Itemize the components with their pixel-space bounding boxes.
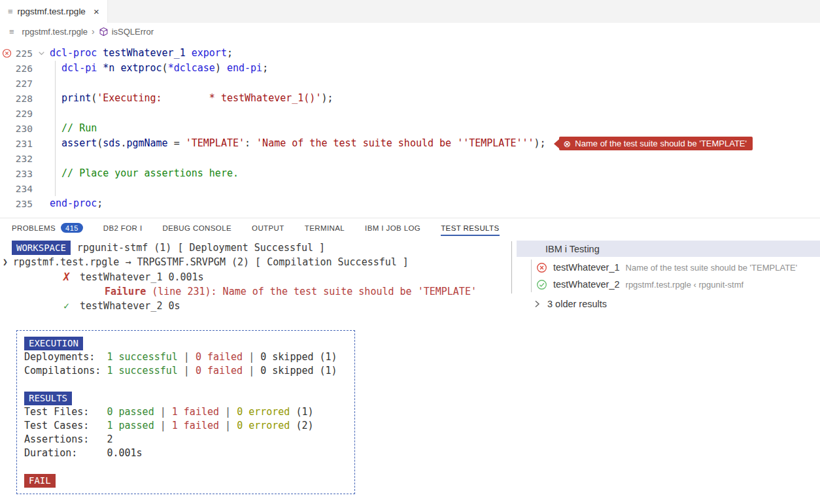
code-line-229[interactable]: 229 <box>0 106 820 121</box>
ibm-i-testing-tree: IBM i Testing testWhatever_1Name of the … <box>510 237 820 504</box>
code-line-227[interactable]: 227 <box>0 76 820 91</box>
x-mark-icon: X <box>63 270 80 284</box>
line-number: 229 <box>13 109 33 119</box>
summary-row: Test Files: 0 passed | 1 failed | 0 erro… <box>24 405 347 419</box>
older-results-row[interactable]: 3 older results <box>517 296 820 312</box>
panel-tab-label: OUTPUT <box>252 224 284 232</box>
chevron-right-icon[interactable]: ❯ <box>3 255 8 269</box>
breadcrumb-file[interactable]: ≡ rpgstmf.test.rpgle <box>9 27 88 37</box>
failure-text: (line 231): Name of the test suite shoul… <box>146 284 477 299</box>
panel-tab-label: DEBUG CONSOLE <box>163 224 232 232</box>
panel-tab-ibm-i-job-log[interactable]: IBM I JOB LOG <box>365 218 420 238</box>
tab-close-icon[interactable]: × <box>92 6 101 17</box>
breadcrumb-symbol[interactable]: isSQLError <box>99 27 154 37</box>
panel-tab-output[interactable]: OUTPUT <box>252 218 284 238</box>
code-editor[interactable]: 225dcl-proc testWhatever_1 export;226 dc… <box>0 46 820 211</box>
tree-item-name: testWhatever_1 <box>553 262 620 273</box>
editor-lines: 225dcl-proc testWhatever_1 export;226 dc… <box>0 46 820 211</box>
panel-tab-terminal[interactable]: TERMINAL <box>305 218 345 238</box>
code-text: dcl-pi *n extproc(*dclcase) end-pi; <box>50 61 268 76</box>
panel-tab-test-results[interactable]: TEST RESULTS <box>441 218 499 238</box>
panel-tab-problems[interactable]: PROBLEMS415 <box>12 218 83 238</box>
test-passed-icon <box>536 279 547 290</box>
tree-header-ibm-i-testing[interactable]: IBM i Testing <box>517 241 820 257</box>
panel-tab-label: TERMINAL <box>305 224 345 232</box>
line-number: 231 <box>13 139 33 149</box>
older-results-label: 3 older results <box>547 299 607 309</box>
code-line-228[interactable]: 228 print('Executing: * testWhatever_1()… <box>0 91 820 106</box>
code-text: assert(sds.pgmName = 'TEMPLATE': 'Name o… <box>50 136 546 151</box>
file-lines-icon: ≡ <box>8 7 13 16</box>
line-number: 233 <box>13 169 33 179</box>
panel-tab-label: DB2 FOR I <box>103 224 143 232</box>
line-number: 234 <box>13 184 33 194</box>
failed-test-name: testWhatever_1 0.001s <box>80 270 204 284</box>
code-line-233[interactable]: 233 // Place your assertions here. <box>0 166 820 181</box>
passed-test-name: testWhatever_2 0s <box>80 299 180 313</box>
summary-row: Assertions: 2 <box>24 433 347 446</box>
chevron-right-icon[interactable] <box>532 299 542 309</box>
line-number: 226 <box>13 63 33 74</box>
failure-label: Failure <box>105 284 146 299</box>
code-text: end-proc; <box>50 196 103 211</box>
panel-tab-label: TEST RESULTS <box>441 224 499 232</box>
code-line-235[interactable]: 235end-proc; <box>0 196 820 211</box>
execution-rows: Deployments: 1 successful | 0 failed | 0… <box>24 350 347 378</box>
tab-title: rpgstmf.test.rpgle <box>18 7 86 16</box>
symbol-cube-icon <box>99 27 109 37</box>
panel-tab-bar: PROBLEMS415DB2 FOR IDEBUG CONSOLEOUTPUTT… <box>0 218 820 237</box>
code-line-230[interactable]: 230 // Run <box>0 121 820 136</box>
tree-item-name: testWhatever_2 <box>553 279 620 290</box>
circle-x-icon: ⊗ <box>564 139 572 148</box>
execution-badge: EXECUTION <box>24 337 83 350</box>
tree-item-testWhatever_1[interactable]: testWhatever_1Name of the test suite sho… <box>517 259 820 276</box>
panel-tab-debug-console[interactable]: DEBUG CONSOLE <box>163 218 232 238</box>
code-line-232[interactable]: 232 <box>0 151 820 166</box>
workspace-text: rpgunit-stmf (1) [ Deployment Successful… <box>77 241 325 255</box>
tree-indent-guide <box>511 241 512 294</box>
panel-tab-db2-for-i[interactable]: DB2 FOR I <box>103 218 143 238</box>
summary-row: Compilations: 1 successful | 0 failed | … <box>24 364 347 378</box>
line-number: 228 <box>13 93 33 104</box>
test-file-row[interactable]: ❯ rpgstmf.test.rpgle → TRPGSTMF.SRVPGM (… <box>3 255 409 269</box>
line-number: 235 <box>13 199 33 209</box>
tree-item-testWhatever_2[interactable]: testWhatever_2rpgstmf.test.rpgle ‹ rpgun… <box>517 276 820 293</box>
code-line-226[interactable]: 226 dcl-pi *n extproc(*dclcase) end-pi; <box>0 61 820 76</box>
code-line-234[interactable]: 234 <box>0 181 820 196</box>
editor-tab-bar: ≡ rpgstmf.test.rpgle × <box>0 0 820 23</box>
test-results-output: WORKSPACE rpgunit-stmf (1) [ Deployment … <box>0 237 510 504</box>
results-badge: RESULTS <box>24 392 72 405</box>
summary-row: Deployments: 1 successful | 0 failed | 0… <box>24 350 347 364</box>
line-number: 230 <box>13 124 33 134</box>
summary-row: Test Cases: 1 passed | 1 failed | 0 erro… <box>24 419 347 433</box>
failure-detail-row: Failure (line 231): Name of the test sui… <box>105 284 477 299</box>
inline-error-badge: ⊗Name of the test suite should be 'TEMPL… <box>559 137 753 150</box>
fold-chevron-icon[interactable] <box>33 48 50 58</box>
fail-badge: FAIL <box>24 474 56 488</box>
check-mark-icon: ✓ <box>63 299 80 313</box>
gutter-error-icon <box>0 48 13 58</box>
code-text: print('Executing: * testWhatever_1()'); <box>50 91 333 106</box>
test-failed-icon <box>536 262 547 273</box>
panel-tab-label: IBM I JOB LOG <box>365 224 420 232</box>
results-rows: Test Files: 0 passed | 1 failed | 0 erro… <box>24 405 347 460</box>
line-number: 232 <box>13 154 33 164</box>
breadcrumb: ≡ rpgstmf.test.rpgle › isSQLError <box>0 23 820 40</box>
tab-rpgstmf-test-rpgle[interactable]: ≡ rpgstmf.test.rpgle × <box>0 0 108 23</box>
panel-tab-label: PROBLEMS <box>12 224 56 232</box>
file-lines-icon: ≡ <box>9 27 14 37</box>
tree-item-description: Name of the test suite should be 'TEMPLA… <box>626 263 798 273</box>
summary-row: Duration: 0.001s <box>24 446 347 460</box>
inline-error-text: Name of the test suite should be 'TEMPLA… <box>575 139 747 148</box>
line-number: 225 <box>13 48 33 59</box>
failed-test-row: X testWhatever_1 0.001s <box>63 270 204 284</box>
tree-item-description: rpgstmf.test.rpgle ‹ rpgunit-stmf <box>626 280 744 290</box>
code-text: // Place your assertions here. <box>50 166 239 181</box>
problems-count-badge: 415 <box>61 223 83 233</box>
code-line-225[interactable]: 225dcl-proc testWhatever_1 export; <box>0 46 820 61</box>
breadcrumb-separator-icon: › <box>92 26 95 37</box>
test-summary-box: EXECUTION Deployments: 1 successful | 0 … <box>16 330 355 494</box>
line-number: 227 <box>13 78 33 89</box>
code-line-231[interactable]: 231 assert(sds.pgmName = 'TEMPLATE': 'Na… <box>0 136 820 151</box>
workspace-badge: WORKSPACE <box>12 241 71 255</box>
